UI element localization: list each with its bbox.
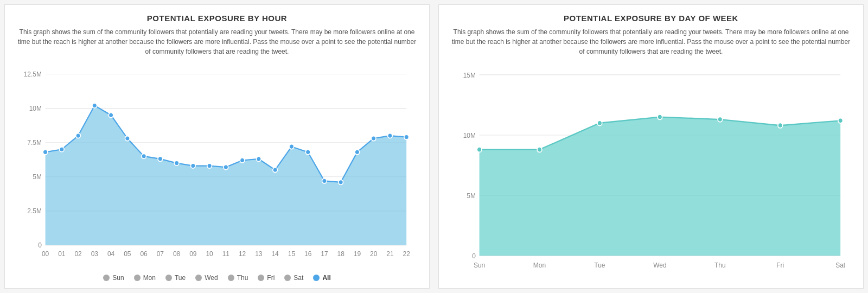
chart1-svg: 02.5M5M7.5M10M12.5M 00010203040506070809… <box>16 62 418 270</box>
svg-point-44 <box>190 163 195 168</box>
legend-item-sun[interactable]: Sun <box>103 274 124 282</box>
svg-point-79 <box>838 118 843 124</box>
svg-point-54 <box>355 150 360 155</box>
svg-point-45 <box>207 163 212 168</box>
svg-text:01: 01 <box>58 250 66 258</box>
svg-text:08: 08 <box>173 250 181 258</box>
svg-text:2.5M: 2.5M <box>27 207 42 215</box>
panel1-legend: SunMonTueWedThuFriSatAll <box>16 270 418 282</box>
panel1-title: POTENTIAL EXPOSURE BY HOUR <box>16 14 418 23</box>
svg-point-57 <box>404 135 409 139</box>
svg-text:06: 06 <box>140 250 148 258</box>
svg-point-75 <box>597 120 602 126</box>
svg-text:5M: 5M <box>33 173 42 181</box>
legend-item-wed[interactable]: Wed <box>195 274 218 282</box>
svg-text:Fri: Fri <box>776 261 784 269</box>
svg-point-49 <box>273 168 278 173</box>
svg-point-38 <box>92 103 97 108</box>
panel1-chart-area: 02.5M5M7.5M10M12.5M 00010203040506070809… <box>16 62 418 282</box>
svg-text:10M: 10M <box>463 131 476 139</box>
svg-point-77 <box>718 117 723 122</box>
svg-point-47 <box>240 158 245 163</box>
svg-point-42 <box>158 156 163 161</box>
svg-text:07: 07 <box>157 250 164 258</box>
svg-text:15: 15 <box>288 250 296 258</box>
svg-text:Mon: Mon <box>533 261 546 269</box>
svg-text:11: 11 <box>222 250 230 258</box>
svg-text:05: 05 <box>124 250 131 258</box>
svg-text:17: 17 <box>321 250 328 258</box>
svg-point-74 <box>537 147 542 152</box>
svg-text:14: 14 <box>271 250 279 258</box>
svg-text:18: 18 <box>337 250 344 258</box>
svg-text:Thu: Thu <box>714 261 726 269</box>
svg-text:Wed: Wed <box>653 261 666 269</box>
svg-point-39 <box>108 113 113 118</box>
panel2-svg-wrap: 05M10M15M SunMonTueWedThuFriSat <box>450 62 852 282</box>
svg-point-43 <box>174 161 179 165</box>
svg-point-36 <box>59 147 64 152</box>
svg-point-50 <box>289 144 294 149</box>
panel-exposure-by-hour: POTENTIAL EXPOSURE BY HOUR This graph sh… <box>4 4 430 289</box>
svg-text:Tue: Tue <box>594 261 605 269</box>
svg-text:12.5M: 12.5M <box>24 71 42 78</box>
svg-text:13: 13 <box>255 250 263 258</box>
svg-point-46 <box>224 165 228 170</box>
panel1-desc: This graph shows the sum of the communit… <box>16 27 418 56</box>
legend-item-thu[interactable]: Thu <box>228 274 248 282</box>
legend-item-fri[interactable]: Fri <box>258 274 275 282</box>
svg-text:0: 0 <box>472 252 476 260</box>
svg-text:00: 00 <box>42 250 49 258</box>
svg-text:22: 22 <box>403 250 411 258</box>
svg-point-41 <box>142 154 146 158</box>
svg-text:10M: 10M <box>29 105 42 112</box>
svg-text:5M: 5M <box>467 192 476 200</box>
svg-text:Sun: Sun <box>474 261 485 269</box>
svg-text:Sat: Sat <box>835 261 845 269</box>
svg-point-76 <box>658 114 662 120</box>
svg-point-53 <box>339 180 343 184</box>
svg-point-48 <box>257 156 261 161</box>
legend-item-all[interactable]: All <box>313 274 330 282</box>
panel-exposure-by-day: POTENTIAL EXPOSURE BY DAY OF WEEK This g… <box>438 4 864 289</box>
svg-text:03: 03 <box>91 250 99 258</box>
legend-item-sat[interactable]: Sat <box>284 274 303 282</box>
svg-text:0: 0 <box>38 241 42 249</box>
legend-item-mon[interactable]: Mon <box>134 274 156 282</box>
svg-point-40 <box>125 136 130 141</box>
chart2-svg: 05M10M15M SunMonTueWedThuFriSat <box>450 62 852 282</box>
svg-text:04: 04 <box>107 250 115 258</box>
panel1-svg-wrap: 02.5M5M7.5M10M12.5M 00010203040506070809… <box>16 62 418 270</box>
panel2-title: POTENTIAL EXPOSURE BY DAY OF WEEK <box>450 14 852 23</box>
svg-point-55 <box>371 136 376 141</box>
svg-text:7.5M: 7.5M <box>27 139 42 146</box>
svg-text:19: 19 <box>354 250 361 258</box>
svg-text:09: 09 <box>189 250 197 258</box>
svg-point-73 <box>477 147 482 152</box>
svg-text:15M: 15M <box>463 71 476 79</box>
panel2-desc: This graph shows the sum of the communit… <box>450 27 852 56</box>
svg-text:21: 21 <box>386 250 394 258</box>
svg-text:10: 10 <box>206 250 213 258</box>
svg-point-56 <box>388 133 393 138</box>
svg-point-51 <box>305 150 310 155</box>
panel2-chart-area: 05M10M15M SunMonTueWedThuFriSat <box>450 62 852 282</box>
svg-text:02: 02 <box>74 250 82 258</box>
svg-point-78 <box>778 123 783 128</box>
svg-point-37 <box>76 133 81 138</box>
svg-point-52 <box>322 179 327 183</box>
svg-point-35 <box>43 150 48 155</box>
svg-text:16: 16 <box>304 250 312 258</box>
legend-item-tue[interactable]: Tue <box>165 274 186 282</box>
svg-text:20: 20 <box>370 250 378 258</box>
svg-text:12: 12 <box>239 250 246 258</box>
